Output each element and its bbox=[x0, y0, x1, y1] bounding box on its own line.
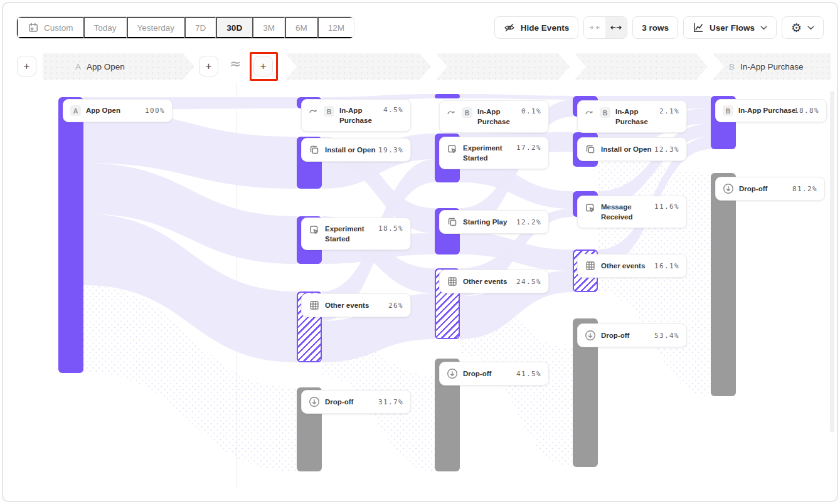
node-card-starting-play-3[interactable]: Starting Play12.2% bbox=[439, 210, 549, 234]
hide-events-label: Hide Events bbox=[521, 23, 569, 33]
drop-off-icon bbox=[447, 368, 458, 379]
node-card-in-app-purchase-5[interactable]: BIn-App Purchase18.8% bbox=[715, 99, 827, 122]
step-column-header-4[interactable] bbox=[575, 53, 708, 80]
node-card-install-or-open-4[interactable]: Install or Open12.3% bbox=[577, 137, 687, 161]
node-card-in-app-purchase-4[interactable]: BIn-App Purchase2.1% bbox=[577, 100, 687, 133]
node-card-drop-off-2[interactable]: Drop-off31.7% bbox=[301, 390, 411, 414]
grid-icon bbox=[447, 276, 458, 287]
toolbar: CustomTodayYesterday7D30D3M6M12M Hide Ev… bbox=[16, 16, 824, 39]
node-label: Drop-off bbox=[325, 397, 373, 407]
node-label: Experiment Started bbox=[325, 224, 373, 244]
node-percentage: 18.5% bbox=[378, 224, 403, 233]
node-percentage: 17.2% bbox=[516, 144, 541, 152]
node-card-drop-off-5[interactable]: Drop-off81.2% bbox=[715, 177, 825, 201]
step-column-header-b[interactable]: B In-App Purchase bbox=[713, 53, 831, 80]
node-card-other-events-2[interactable]: Other events26% bbox=[301, 293, 411, 317]
date-range-today[interactable]: Today bbox=[83, 17, 127, 38]
node-percentage: 100% bbox=[145, 107, 165, 115]
series-badge-a: A bbox=[70, 105, 81, 116]
add-step-button-mid[interactable]: + bbox=[199, 56, 218, 76]
flow-chart-icon bbox=[693, 22, 704, 33]
gear-icon: ⚙ bbox=[791, 22, 802, 34]
date-range-label: Today bbox=[94, 23, 117, 33]
date-range-yesterday[interactable]: Yesterday bbox=[127, 17, 185, 38]
drop-off-icon bbox=[309, 396, 320, 407]
node-label: Message Received bbox=[601, 202, 649, 222]
node-bar-in-app-purchase-3[interactable] bbox=[435, 94, 460, 98]
node-label: Other events bbox=[463, 276, 511, 286]
node-percentage: 0.1% bbox=[521, 107, 541, 115]
date-range-30d[interactable]: 30D bbox=[216, 17, 252, 38]
stacked-squares-icon bbox=[309, 144, 320, 155]
node-bar-app-open-1[interactable] bbox=[58, 97, 83, 373]
approx-symbol: ≈ bbox=[230, 56, 241, 71]
node-card-experiment-started-3[interactable]: Experiment Started17.2% bbox=[439, 137, 549, 169]
date-range-6m[interactable]: 6M bbox=[285, 17, 317, 38]
column-width-toggle bbox=[583, 16, 627, 39]
date-range-custom[interactable]: Custom bbox=[17, 17, 83, 38]
hide-events-button[interactable]: Hide Events bbox=[494, 16, 578, 39]
date-range-label: 12M bbox=[328, 23, 344, 33]
node-card-other-events-4[interactable]: Other events16.1% bbox=[577, 254, 687, 278]
node-percentage: 24.5% bbox=[516, 278, 541, 286]
date-range-label: 7D bbox=[195, 23, 206, 33]
node-card-app-open-1[interactable]: AApp Open100% bbox=[63, 99, 173, 122]
node-card-in-app-purchase-3[interactable]: BIn-App Purchase0.1% bbox=[439, 100, 549, 133]
eye-off-icon bbox=[504, 22, 515, 33]
collapse-columns-button[interactable] bbox=[584, 17, 605, 38]
node-label: Install or Open bbox=[325, 145, 373, 155]
arrows-collapse-icon bbox=[589, 24, 600, 31]
view-selector-dropdown[interactable]: User Flows bbox=[683, 16, 777, 39]
node-card-message-received-4[interactable]: Message Received11.6% bbox=[577, 196, 687, 228]
step-column-header-3[interactable] bbox=[436, 53, 570, 80]
node-label: Drop-off bbox=[739, 184, 787, 194]
node-bar-drop-off-5[interactable] bbox=[711, 173, 736, 396]
step-label-in-app-purchase: In-App Purchase bbox=[740, 62, 804, 71]
node-percentage: 26% bbox=[388, 302, 403, 310]
node-label: In-App Purchase bbox=[477, 107, 516, 127]
step-badge-b: B bbox=[729, 62, 735, 71]
chevron-down-icon bbox=[807, 26, 814, 30]
drop-off-icon bbox=[585, 330, 596, 341]
date-range-7d[interactable]: 7D bbox=[184, 17, 216, 38]
node-card-install-or-open-2[interactable]: Install or Open19.3% bbox=[301, 138, 411, 162]
node-percentage: 16.1% bbox=[654, 262, 679, 270]
node-percentage: 12.2% bbox=[516, 218, 541, 226]
add-step-button-left[interactable]: + bbox=[17, 56, 36, 76]
grid-icon bbox=[585, 260, 596, 271]
series-badge-b: B bbox=[462, 107, 472, 118]
date-range-3m[interactable]: 3M bbox=[252, 17, 285, 38]
node-card-in-app-purchase-2[interactable]: BIn-App Purchase4.5% bbox=[301, 99, 411, 132]
node-card-drop-off-3[interactable]: Drop-off41.5% bbox=[439, 362, 549, 386]
step-column-header-a[interactable]: A App Open bbox=[43, 53, 194, 80]
settings-dropdown[interactable]: ⚙ bbox=[782, 16, 824, 39]
node-label: Other events bbox=[325, 300, 383, 310]
step-badge-a: A bbox=[75, 62, 81, 71]
trend-arrow-icon bbox=[309, 106, 319, 116]
node-card-experiment-started-2[interactable]: Experiment Started18.5% bbox=[301, 218, 411, 250]
date-range-label: 6M bbox=[295, 23, 307, 33]
step-column-header-2[interactable] bbox=[285, 53, 431, 80]
rows-button[interactable]: 3 rows bbox=[632, 16, 678, 39]
node-percentage: 18.8% bbox=[794, 107, 819, 115]
expand-columns-button[interactable] bbox=[605, 17, 627, 38]
node-label: In-App Purchase bbox=[738, 105, 789, 115]
node-label: In-App Purchase bbox=[615, 107, 654, 127]
node-label: Install or Open bbox=[601, 144, 649, 154]
node-percentage: 41.5% bbox=[516, 370, 541, 378]
vertical-scrollbar[interactable] bbox=[830, 91, 834, 433]
series-badge-b: B bbox=[324, 106, 334, 117]
grid-icon bbox=[309, 300, 320, 311]
chevron-down-icon bbox=[760, 26, 767, 30]
series-badge-b: B bbox=[723, 105, 733, 116]
trend-arrow-icon bbox=[447, 107, 457, 117]
node-card-other-events-3[interactable]: Other events24.5% bbox=[439, 270, 549, 293]
cursor-click-icon bbox=[585, 202, 596, 214]
date-range-12m[interactable]: 12M bbox=[317, 17, 354, 38]
date-range-label: Custom bbox=[44, 23, 73, 33]
node-card-drop-off-4[interactable]: Drop-off53.4% bbox=[577, 323, 687, 347]
node-percentage: 4.5% bbox=[383, 106, 403, 114]
node-percentage: 31.7% bbox=[378, 398, 403, 406]
calendar-icon bbox=[28, 22, 39, 33]
node-percentage: 81.2% bbox=[792, 185, 817, 193]
